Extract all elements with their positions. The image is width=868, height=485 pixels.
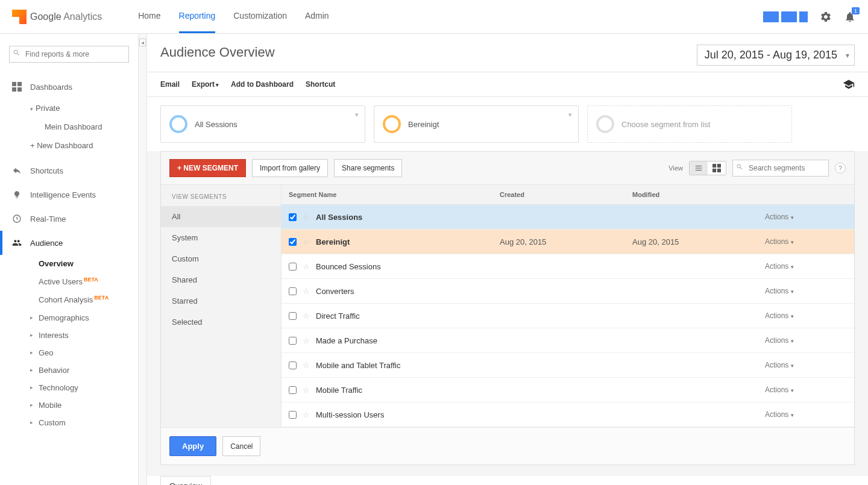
segment-actions[interactable]: Actions ▾ [758, 380, 854, 400]
segment-checkbox[interactable] [289, 287, 297, 295]
segment-pill-all-sessions[interactable]: All Sessions ▾ [160, 105, 365, 143]
segment-actions[interactable]: Actions ▾ [758, 330, 854, 351]
report-toolbar: Email Export▾ Add to Dashboard Shortcut [147, 72, 868, 97]
nav-dashboards[interactable]: Dashboards [0, 75, 138, 99]
segment-checkbox[interactable] [289, 337, 297, 345]
table-row[interactable]: ☆Mobile and Tablet TrafficActions ▾ [281, 353, 854, 378]
segment-actions[interactable]: Actions ▾ [758, 281, 854, 301]
star-icon[interactable]: ☆ [303, 287, 310, 296]
new-segment-button[interactable]: + NEW SEGMENT [169, 159, 246, 177]
star-icon[interactable]: ☆ [303, 410, 310, 419]
segment-search-input[interactable] [732, 160, 829, 177]
segment-checkbox[interactable] [289, 386, 297, 394]
table-row[interactable]: ☆Bounced SessionsActions ▾ [281, 254, 854, 279]
audience-technology[interactable]: ▸Technology [30, 379, 138, 396]
segment-actions[interactable]: Actions ▾ [758, 305, 854, 326]
date-range-picker[interactable]: Jul 20, 2015 - Aug 19, 2015 [697, 45, 855, 66]
filter-starred[interactable]: Starred [161, 290, 281, 311]
search-input[interactable] [9, 46, 129, 63]
cancel-button[interactable]: Cancel [222, 436, 260, 456]
dashboards-new[interactable]: + New Dashboard [30, 136, 138, 155]
star-icon[interactable]: ☆ [303, 336, 310, 345]
table-row[interactable]: ☆BereinigtAug 20, 2015Aug 20, 2015Action… [281, 230, 854, 254]
filter-shared[interactable]: Shared [161, 269, 281, 290]
sidebar-collapse-handle[interactable]: ◂ [139, 34, 147, 485]
toolbar-add-dashboard[interactable]: Add to Dashboard [231, 80, 294, 89]
apply-button[interactable]: Apply [169, 436, 216, 456]
segment-pill-bereinigt[interactable]: Bereinigt ▾ [374, 105, 579, 143]
table-row[interactable]: ☆Mobile TrafficActions ▾ [281, 378, 854, 402]
table-row[interactable]: ☆Multi-session UsersActions ▾ [281, 402, 854, 427]
nav-reporting[interactable]: Reporting [179, 0, 216, 33]
table-row[interactable]: ☆Made a PurchaseActions ▾ [281, 328, 854, 353]
segment-checkbox[interactable] [289, 411, 297, 419]
nav-realtime[interactable]: Real-Time [0, 207, 138, 231]
segment-actions[interactable]: Actions ▾ [758, 207, 854, 227]
segment-checkbox[interactable] [289, 361, 297, 369]
star-icon[interactable]: ☆ [303, 311, 310, 321]
table-row[interactable]: ☆ConvertersActions ▾ [281, 279, 854, 304]
dashboards-mein[interactable]: Mein Dashboard [30, 117, 138, 136]
audience-mobile[interactable]: ▸Mobile [30, 396, 138, 414]
audience-cohort[interactable]: Cohort AnalysisBETA [30, 290, 138, 308]
view-list-button[interactable] [690, 161, 708, 175]
import-gallery-button[interactable]: Import from gallery [252, 159, 328, 177]
segment-actions[interactable]: Actions ▾ [758, 355, 854, 375]
notifications-icon[interactable]: 1 [844, 11, 856, 23]
segment-checkbox[interactable] [289, 312, 297, 320]
share-segments-button[interactable]: Share segments [334, 159, 402, 177]
star-icon[interactable]: ☆ [303, 237, 310, 246]
education-icon[interactable] [843, 78, 855, 90]
nav-admin[interactable]: Admin [305, 0, 329, 33]
dashboards-private[interactable]: ▾Private [30, 99, 138, 117]
audience-demographics[interactable]: ▸Demographics [30, 309, 138, 327]
nav-intelligence[interactable]: Intelligence Events [0, 183, 138, 207]
segment-actions[interactable]: Actions ▾ [758, 231, 854, 252]
toolbar-export[interactable]: Export▾ [192, 80, 219, 89]
star-icon[interactable]: ☆ [303, 361, 310, 370]
help-icon[interactable]: ? [835, 163, 846, 174]
segment-panel: + NEW SEGMENT Import from gallery Share … [160, 151, 855, 465]
col-created[interactable]: Created [492, 185, 625, 204]
audience-behavior[interactable]: ▸Behavior [30, 361, 138, 379]
segment-modified [625, 310, 758, 322]
table-row[interactable]: ☆All SessionsActions ▾ [281, 205, 854, 230]
overview-tabs: Overview [147, 476, 868, 485]
filter-all[interactable]: All [161, 206, 281, 227]
filter-selected[interactable]: Selected [161, 311, 281, 333]
star-icon[interactable]: ☆ [303, 262, 310, 271]
star-icon[interactable]: ☆ [303, 386, 310, 395]
audience-interests[interactable]: ▸Interests [30, 327, 138, 344]
toolbar-email[interactable]: Email [160, 80, 180, 89]
segment-checkbox[interactable] [289, 263, 297, 271]
audience-active-users[interactable]: Active UsersBETA [30, 272, 138, 290]
toolbar-shortcut[interactable]: Shortcut [306, 80, 335, 89]
segment-name: Made a Purchase [316, 336, 377, 345]
audience-overview[interactable]: Overview [30, 255, 138, 272]
sidebar-search [9, 46, 129, 63]
settings-icon[interactable] [820, 11, 832, 23]
nav-audience[interactable]: Audience [0, 231, 138, 255]
account-picker[interactable] [763, 11, 808, 22]
segment-actions[interactable]: Actions ▾ [758, 404, 854, 425]
col-modified[interactable]: Modified [625, 185, 758, 204]
filter-custom[interactable]: Custom [161, 248, 281, 269]
audience-custom[interactable]: ▸Custom [30, 414, 138, 431]
nav-home[interactable]: Home [138, 0, 160, 33]
notifications-badge: 1 [852, 7, 860, 14]
audience-geo[interactable]: ▸Geo [30, 344, 138, 361]
filter-system[interactable]: System [161, 227, 281, 248]
svg-rect-3 [17, 87, 22, 92]
view-grid-button[interactable] [708, 161, 726, 175]
logo[interactable]: Google Analytics [12, 10, 102, 24]
table-row[interactable]: ☆Direct TrafficActions ▾ [281, 304, 854, 328]
segment-actions[interactable]: Actions ▾ [758, 256, 854, 277]
segment-checkbox[interactable] [289, 238, 297, 246]
star-icon[interactable]: ☆ [303, 213, 310, 222]
segment-checkbox[interactable] [289, 213, 297, 221]
col-segment-name[interactable]: Segment Name [281, 185, 492, 204]
tab-overview[interactable]: Overview [160, 476, 211, 485]
nav-shortcuts[interactable]: Shortcuts [0, 158, 138, 183]
nav-customization[interactable]: Customization [233, 0, 287, 33]
segment-pill-add[interactable]: Choose segment from list [587, 105, 792, 143]
